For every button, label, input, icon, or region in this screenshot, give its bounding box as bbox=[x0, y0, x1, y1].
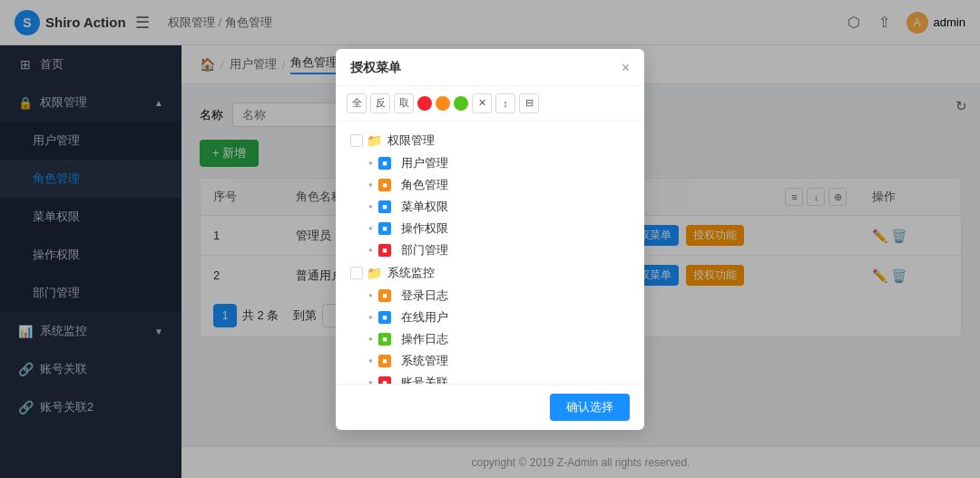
modal-toolbar: 全 反 取 ✕ ↕ ⊟ bbox=[336, 86, 644, 122]
tree-group-monitor[interactable]: 📁 系统监控 bbox=[336, 261, 644, 285]
bullet-icon: ● bbox=[368, 202, 373, 210]
invert-select-button[interactable]: 反 bbox=[370, 93, 390, 113]
bullet-icon: ● bbox=[368, 246, 373, 254]
green-icon: ■ bbox=[378, 333, 391, 346]
green-circle-icon[interactable] bbox=[454, 96, 468, 111]
tree-item-label: 部门管理 bbox=[401, 242, 448, 259]
tree-item-label: 操作权限 bbox=[401, 220, 448, 237]
orange-icon: ■ bbox=[378, 355, 391, 367]
bullet-icon: ● bbox=[368, 356, 373, 365]
confirm-button[interactable]: 确认选择 bbox=[550, 394, 630, 421]
red-circle-icon[interactable] bbox=[417, 96, 432, 111]
bullet-icon: ● bbox=[368, 224, 373, 232]
tree-item-login-log[interactable]: ● ■ 登录日志 bbox=[336, 285, 644, 307]
red-icon: ■ bbox=[378, 244, 391, 257]
select-all-button[interactable]: 全 bbox=[347, 93, 367, 113]
tree-group-label: 系统监控 bbox=[387, 265, 435, 281]
tree-item-label: 用户管理 bbox=[401, 155, 448, 171]
cancel-select-button[interactable]: 取 bbox=[394, 93, 414, 113]
tree-checkbox[interactable] bbox=[350, 267, 363, 279]
tree-item-user-mgmt[interactable]: ● ■ 用户管理 bbox=[336, 152, 644, 174]
bullet-icon: ● bbox=[368, 313, 373, 321]
modal-header: 授权菜单 × bbox=[336, 49, 644, 86]
folder-icon: 📁 bbox=[367, 266, 382, 280]
modal-overlay[interactable]: 授权菜单 × 全 反 取 ✕ ↕ ⊟ bbox=[0, 45, 980, 478]
tree-item-label: 菜单权限 bbox=[401, 199, 448, 215]
modal-footer: 确认选择 bbox=[336, 384, 644, 430]
folder-icon: 📁 bbox=[367, 133, 382, 148]
tree-item-menu-perm[interactable]: ● ■ 菜单权限 bbox=[336, 196, 644, 218]
tree-checkbox[interactable] bbox=[350, 134, 363, 147]
tree-item-role-mgmt[interactable]: ● ■ 角色管理 bbox=[336, 174, 644, 196]
blue-icon: ■ bbox=[378, 157, 391, 170]
bullet-icon: ● bbox=[368, 291, 373, 299]
tree-item-op-perm[interactable]: ● ■ 操作权限 bbox=[336, 218, 644, 239]
modal-close-button[interactable]: × bbox=[622, 60, 630, 76]
orange-icon: ■ bbox=[378, 179, 391, 191]
modal-title: 授权菜单 bbox=[350, 60, 401, 76]
tree-item-sys-mgmt[interactable]: ● ■ 系统管理 bbox=[336, 350, 644, 372]
tree-item-label: 登录日志 bbox=[401, 288, 448, 304]
tree-item-label: 角色管理 bbox=[401, 177, 448, 193]
bullet-icon: ● bbox=[368, 180, 373, 189]
tree-item-label: 操作日志 bbox=[401, 331, 448, 347]
tree-group-label: 权限管理 bbox=[387, 132, 435, 149]
blue-icon: ■ bbox=[378, 200, 391, 213]
blue-icon: ■ bbox=[378, 311, 391, 324]
orange-circle-icon[interactable] bbox=[436, 96, 450, 111]
tree-group-perm[interactable]: 📁 权限管理 bbox=[336, 129, 644, 152]
bullet-icon: ● bbox=[368, 335, 373, 343]
collapse-button[interactable]: ⊟ bbox=[519, 93, 539, 113]
bullet-icon: ● bbox=[368, 159, 373, 167]
tree-item-account1[interactable]: ● ■ 账号关联 bbox=[336, 372, 644, 384]
tree-item-label: 系统管理 bbox=[401, 353, 448, 369]
expand-button[interactable]: ↕ bbox=[495, 93, 515, 113]
authorize-modal: 授权菜单 × 全 反 取 ✕ ↕ ⊟ bbox=[336, 49, 644, 430]
orange-icon: ■ bbox=[378, 289, 391, 302]
tree-item-label: 在线用户 bbox=[401, 309, 448, 326]
blue-icon: ■ bbox=[378, 222, 391, 235]
tree-item-dept-mgmt[interactable]: ● ■ 部门管理 bbox=[336, 239, 644, 261]
tree-item-op-log[interactable]: ● ■ 操作日志 bbox=[336, 328, 644, 350]
tree-item-label: 账号关联 bbox=[401, 375, 448, 384]
delete-icon[interactable]: ✕ bbox=[472, 93, 492, 113]
modal-body: 📁 权限管理 ● ■ 用户管理 ● ■ 角色管理 ● bbox=[336, 122, 644, 384]
red-icon: ■ bbox=[378, 376, 391, 384]
tree-item-online-user[interactable]: ● ■ 在线用户 bbox=[336, 307, 644, 328]
